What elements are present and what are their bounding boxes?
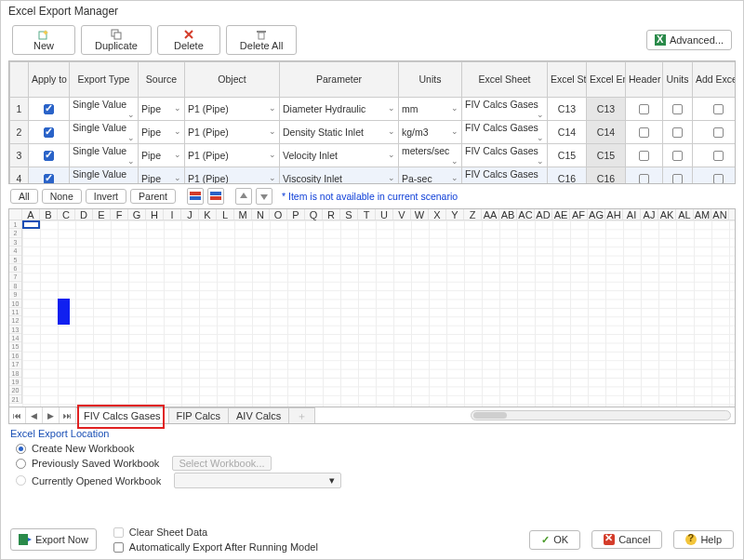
- svg-rect-11: [19, 534, 28, 545]
- header-checkbox[interactable]: [639, 151, 649, 161]
- current-workbook-dropdown: ▾: [174, 473, 341, 488]
- svg-text:X: X: [657, 34, 664, 45]
- header-checkbox[interactable]: [639, 127, 649, 138]
- export-grid[interactable]: Apply to ExportExport Type SourceObject …: [8, 60, 736, 184]
- filter-bar: All None Invert Parent * Item is not ava…: [1, 184, 743, 208]
- units-checkbox[interactable]: [672, 127, 683, 138]
- new-button[interactable]: New: [12, 25, 75, 55]
- comments-checkbox[interactable]: [713, 151, 724, 161]
- new-icon: [38, 29, 49, 40]
- duplicate-button[interactable]: Duplicate: [81, 25, 152, 55]
- radio-prev-workbook[interactable]: Previously Saved Workbook Select Workboo…: [10, 455, 734, 472]
- units-checkbox[interactable]: [672, 151, 683, 161]
- row-headers: 123456789101112131415161718192021: [9, 220, 22, 404]
- units-checkbox[interactable]: [672, 104, 683, 114]
- select-workbook-button: Select Workbook...: [172, 456, 271, 471]
- move-down-button[interactable]: [256, 188, 272, 205]
- clear-sheet-checkbox: Clear Sheet Data: [108, 526, 318, 539]
- radio-icon: [16, 444, 26, 454]
- apply-checkbox[interactable]: [44, 104, 54, 114]
- grid-row[interactable]: 3Single Value⌄Pipe⌄P1 (Pipe)⌄Velocity In…: [10, 144, 737, 167]
- apply-checkbox[interactable]: [44, 127, 54, 138]
- comments-checkbox[interactable]: [713, 127, 724, 138]
- tab-nav-next[interactable]: ▶: [43, 407, 60, 423]
- move-up-button[interactable]: [235, 188, 252, 205]
- cancel-button[interactable]: Cancel: [591, 530, 662, 549]
- delete-all-button[interactable]: Delete All: [226, 25, 297, 55]
- filter-invert-button[interactable]: Invert: [86, 189, 126, 204]
- export-location-section: Excel Export Location Create New Workboo…: [10, 428, 734, 489]
- sheet-hscrollbar[interactable]: [471, 410, 731, 420]
- filter-all-button[interactable]: All: [10, 189, 38, 204]
- svg-rect-2: [114, 33, 121, 39]
- svg-rect-8: [190, 196, 201, 200]
- svg-rect-7: [190, 192, 201, 195]
- scenario-note: * Item is not available in current scena…: [282, 191, 458, 202]
- radio-icon: [16, 475, 26, 486]
- sheet-tab-aiv[interactable]: AIV Calcs: [229, 407, 289, 423]
- help-button[interactable]: Help: [673, 530, 734, 549]
- filter-none-button[interactable]: None: [42, 189, 82, 204]
- apply-checkbox[interactable]: [44, 151, 54, 161]
- radio-create-workbook[interactable]: Create New Workbook: [10, 442, 734, 455]
- sheet-tab-fip[interactable]: FIP Calcs: [169, 407, 229, 423]
- color-toggle-1-icon[interactable]: [187, 188, 204, 205]
- svg-rect-10: [210, 196, 221, 200]
- delete-icon: [183, 29, 194, 40]
- column-headers: ABCDEFGHIJKLMNOPQRSTUVWXYZAAABACADAEAFAG…: [9, 209, 735, 220]
- apply-checkbox[interactable]: [44, 174, 54, 184]
- excel-export-icon: [19, 533, 32, 546]
- color-toggle-2-icon[interactable]: [207, 188, 224, 205]
- grid-row[interactable]: 2Single Value⌄Pipe⌄P1 (Pipe)⌄Density Sta…: [10, 121, 737, 144]
- ok-button[interactable]: ✓OK: [529, 530, 580, 550]
- window-title: Excel Export Manager: [1, 1, 743, 21]
- header-checkbox[interactable]: [639, 174, 649, 184]
- highlighted-range: [58, 299, 70, 325]
- svg-rect-9: [210, 192, 221, 195]
- radio-icon: [16, 459, 26, 469]
- footer-bar: Export Now Clear Sheet Data Automaticall…: [10, 526, 734, 553]
- tab-nav-last[interactable]: ⏭: [60, 407, 76, 423]
- tab-nav-first[interactable]: ⏮: [9, 407, 26, 423]
- grid-row[interactable]: 4Single Value⌄Pipe⌄P1 (Pipe)⌄Viscosity I…: [10, 167, 737, 185]
- header-checkbox[interactable]: [639, 104, 649, 114]
- grid-header-row: Apply to ExportExport Type SourceObject …: [10, 62, 737, 98]
- spreadsheet-preview[interactable]: ABCDEFGHIJKLMNOPQRSTUVWXYZAAABACADAEAFAG…: [8, 208, 736, 407]
- sheet-tab-fiv[interactable]: FIV Calcs Gases: [76, 407, 169, 423]
- auto-export-checkbox[interactable]: Automatically Export After Running Model: [108, 540, 318, 553]
- comments-checkbox[interactable]: [713, 104, 724, 114]
- duplicate-icon: [111, 29, 122, 40]
- radio-current-workbook: Currently Opened Workbook ▾: [10, 472, 734, 489]
- svg-rect-4: [259, 33, 264, 39]
- export-now-button[interactable]: Export Now: [10, 528, 97, 551]
- export-location-title: Excel Export Location: [10, 428, 734, 439]
- cell-grid[interactable]: [22, 220, 735, 407]
- delete-all-icon: [256, 29, 267, 40]
- delete-button[interactable]: Delete: [157, 25, 220, 55]
- grid-row[interactable]: 1Single Value⌄Pipe⌄P1 (Pipe)⌄Diameter Hy…: [10, 98, 737, 121]
- selected-cell: [22, 220, 40, 229]
- filter-parent-button[interactable]: Parent: [130, 189, 176, 204]
- toolbar: New Duplicate Delete Delete All X Advanc…: [1, 21, 743, 59]
- check-icon: ✓: [541, 534, 550, 546]
- advanced-button[interactable]: X Advanced...: [646, 30, 732, 50]
- cancel-icon: [604, 534, 615, 545]
- tab-nav-prev[interactable]: ◀: [26, 407, 43, 423]
- units-checkbox[interactable]: [672, 174, 683, 184]
- sheet-tab-bar: ⏮ ◀ ▶ ⏭ FIV Calcs Gases FIP Calcs AIV Ca…: [8, 407, 736, 424]
- excel-icon: X: [655, 34, 666, 46]
- sheet-tab-add[interactable]: ＋: [289, 407, 315, 423]
- help-icon: [685, 534, 697, 545]
- comments-checkbox[interactable]: [713, 174, 724, 184]
